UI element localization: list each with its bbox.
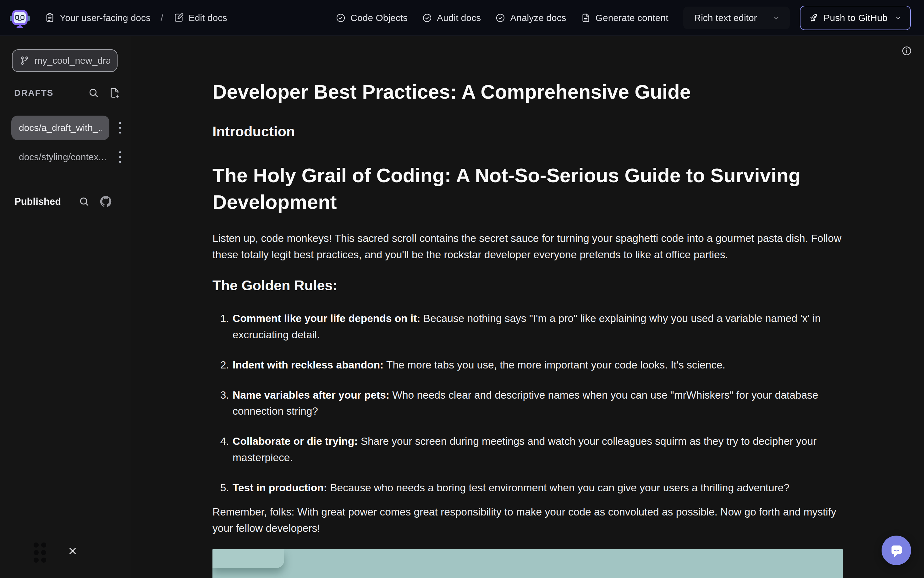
draft-item-menu-button[interactable] [118,121,122,135]
close-icon[interactable] [68,547,77,555]
branch-selector[interactable]: my_cool_new_dra... [12,49,117,72]
check-circle-icon [495,13,505,23]
sidebar: my_cool_new_dra... DRAFTS docs/a_draft_w… [0,36,132,578]
rule-lead: Test in production: [233,482,327,494]
draft-list-row: docs/a_draft_with_... [11,115,122,140]
rule-lead: Indent with reckless abandon: [233,359,384,371]
document-title: Developer Best Practices: A Comprehensiv… [213,80,843,104]
rule-text: Because who needs a boring test environm… [327,482,789,494]
info-icon[interactable] [901,45,912,56]
nav-action-audit-docs[interactable]: Audit docs [422,13,481,23]
edit-docs-icon [174,13,184,23]
chevron-down-icon [772,14,780,22]
breadcrumb-your-docs[interactable]: Your user-facing docs [45,13,151,23]
top-nav: Your user-facing docs / Edit docs Code O… [0,0,924,36]
breadcrumb: Your user-facing docs / Edit docs [45,12,227,24]
list-item: Indent with reckless abandon: The more t… [232,357,843,373]
draft-item-label: docs/styling/contex... [19,152,106,162]
check-circle-icon [336,13,346,23]
search-icon [78,196,90,207]
new-draft-button[interactable] [109,87,120,99]
outro-paragraph: Remember, folks: With great power comes … [213,504,843,537]
file-plus-icon [109,87,120,99]
nav-action-code-objects[interactable]: Code Objects [336,13,408,23]
rule-lead: Collaborate or die trying: [233,435,358,447]
nav-action-analyze-docs[interactable]: Analyze docs [495,13,566,23]
chevron-down-icon [895,14,902,22]
clipboard-icon [45,13,55,23]
nav-actions: Code Objects Audit docs Analyze docs Gen… [336,13,668,23]
document-body[interactable]: Developer Best Practices: A Comprehensiv… [213,36,843,578]
nav-action-label: Audit docs [437,13,481,23]
kebab-menu-icon [118,121,122,135]
list-item: Comment like your life depends on it: Be… [232,310,843,343]
published-title: Published [15,196,61,207]
git-branch-icon [20,55,29,66]
drag-handle-dots-icon[interactable] [33,542,47,563]
breadcrumb-edit-docs[interactable]: Edit docs [174,13,227,23]
guide-heading: The Holy Grail of Coding: A Not-So-Serio… [213,162,843,216]
draft-item-selected[interactable]: docs/a_draft_with_... [11,115,109,140]
draft-item[interactable]: docs/styling/contex... [11,152,114,162]
search-icon [88,87,99,99]
intro-heading: Introduction [213,123,843,140]
check-circle-icon [422,13,432,23]
branch-name: my_cool_new_dra... [34,55,110,66]
draft-item-label: docs/a_draft_with_... [19,122,102,133]
nav-action-generate-content[interactable]: Generate content [581,13,669,23]
nav-action-label: Code Objects [350,13,408,23]
github-icon [100,196,112,207]
list-item: Test in production: Because who needs a … [232,480,843,496]
nav-action-label: Generate content [595,13,669,23]
kebab-menu-icon [118,150,122,164]
embedded-image [213,549,843,578]
embedded-image-tab [213,549,284,568]
breadcrumb-separator: / [159,12,165,24]
app-logo-robot-icon [10,8,30,28]
rule-lead: Name variables after your pets: [233,389,389,401]
draft-list-row: docs/styling/contex... [11,148,122,166]
published-section-header: Published [15,196,112,207]
document-icon [581,13,591,23]
list-item: Name variables after your pets: Who need… [232,387,843,420]
chat-bubble-icon [888,542,904,559]
drafts-title: DRAFTS [14,88,54,98]
push-to-github-button[interactable]: Push to GitHub [800,6,911,30]
editor-mode-select[interactable]: Rich text editor [683,6,789,29]
breadcrumb-label: Your user-facing docs [60,13,151,23]
github-published-button[interactable] [100,196,112,207]
breadcrumb-label: Edit docs [189,13,227,23]
draft-item-menu-button[interactable] [118,150,122,164]
push-to-github-label: Push to GitHub [824,13,888,23]
drafts-section-header: DRAFTS [14,87,120,99]
search-published-button[interactable] [78,196,90,207]
lead-paragraph: Listen up, code monkeys! This sacred scr… [213,230,843,263]
rocket-icon [808,13,819,23]
rule-text: The more tabs you use, the more importan… [384,359,726,371]
editor-canvas: Developer Best Practices: A Comprehensiv… [132,36,924,578]
chat-launcher-button[interactable] [882,536,911,565]
search-drafts-button[interactable] [88,87,99,99]
golden-rules-list: Comment like your life depends on it: Be… [213,310,843,496]
nav-action-label: Analyze docs [510,13,566,23]
list-item: Collaborate or die trying: Share your sc… [232,433,843,466]
rules-heading: The Golden Rules: [213,278,843,294]
rule-lead: Comment like your life depends on it: [233,313,421,324]
editor-mode-value: Rich text editor [694,13,757,23]
